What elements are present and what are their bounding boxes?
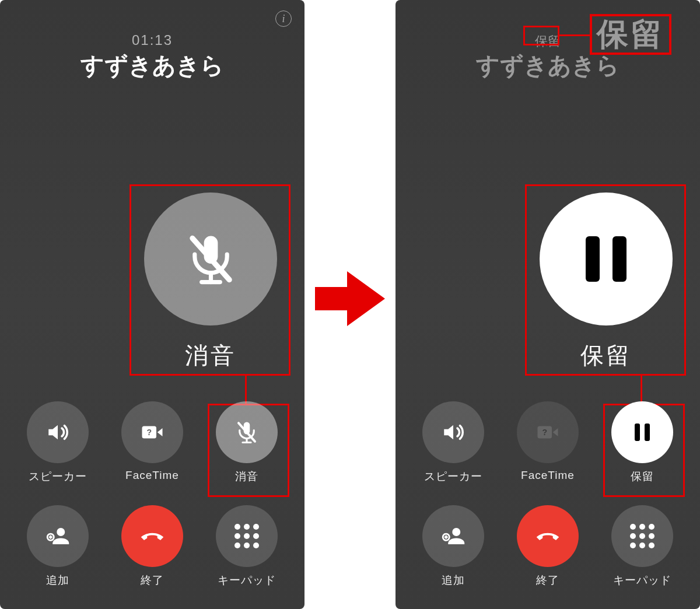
speaker-icon [46,420,70,444]
add-person-icon [46,524,70,548]
svg-point-14 [452,528,460,536]
keypad-button[interactable]: キーパッド [604,505,680,588]
facetime-button[interactable]: ? FaceTime [114,401,190,484]
end-call-icon [140,524,164,548]
end-call-button[interactable]: 終了 [114,505,190,588]
pause-icon [635,424,650,441]
add-person-icon [441,524,466,548]
annotation-zoom-label: 保留 [590,14,671,55]
facetime-button[interactable]: ? FaceTime [510,401,586,484]
big-mute-callout: 消音 [131,184,290,374]
caller-name: すずきあきら [0,50,304,82]
mic-mute-icon [183,230,239,288]
keypad-button[interactable]: キーパッド [209,505,285,588]
mute-label: 消音 [235,469,258,484]
annotation-line-left [245,376,247,404]
speaker-button[interactable]: スピーカー [415,401,491,484]
pause-icon [586,236,626,282]
add-call-button[interactable]: 追加 [20,505,96,588]
call-timer: 01:13 [0,32,304,48]
end-call-button[interactable]: 終了 [510,505,586,588]
speaker-button[interactable]: スピーカー [20,401,96,484]
speaker-label: スピーカー [424,469,482,484]
end-call-icon [536,524,560,548]
annotation-line-right [640,376,642,404]
mic-mute-icon [235,420,259,444]
facetime-icon: ? [536,420,560,444]
big-hold-circle[interactable] [540,192,673,326]
call-button-grid: スピーカー ? FaceTime [0,401,304,588]
info-icon[interactable]: i [275,10,292,27]
end-label: 終了 [536,573,559,588]
add-label: 追加 [442,573,465,588]
svg-text:?: ? [542,428,547,437]
call-button-grid: スピーカー ? FaceTime 保留 [396,401,700,588]
hold-button[interactable]: 保留 [604,401,680,484]
svg-text:?: ? [146,428,152,437]
speaker-label: スピーカー [29,469,87,484]
facetime-label: FaceTime [125,469,179,482]
big-mute-circle[interactable] [144,192,277,326]
svg-point-8 [57,528,65,536]
speaker-icon [441,420,466,444]
big-hold-label: 保留 [580,340,632,372]
add-call-button[interactable]: 追加 [415,505,491,588]
keypad-icon [235,524,259,548]
screen-left: i 01:13 すずきあきら 消音 [0,0,304,609]
facetime-icon: ? [140,420,164,444]
keypad-label: キーパッド [613,573,671,588]
end-label: 終了 [141,573,164,588]
facetime-label: FaceTime [521,469,575,482]
add-label: 追加 [46,573,69,588]
transition-arrow-icon [315,267,385,331]
mute-button[interactable]: 消音 [209,401,285,484]
screen-right: 保留 すずきあきら 保留 保留 スピーカー [396,0,700,609]
big-hold-callout: 保留 [526,184,686,374]
arrow-divider [304,0,396,609]
keypad-label: キーパッド [218,573,276,588]
big-mute-label: 消音 [185,340,236,372]
keypad-icon [630,524,654,548]
hold-label: 保留 [631,469,654,484]
